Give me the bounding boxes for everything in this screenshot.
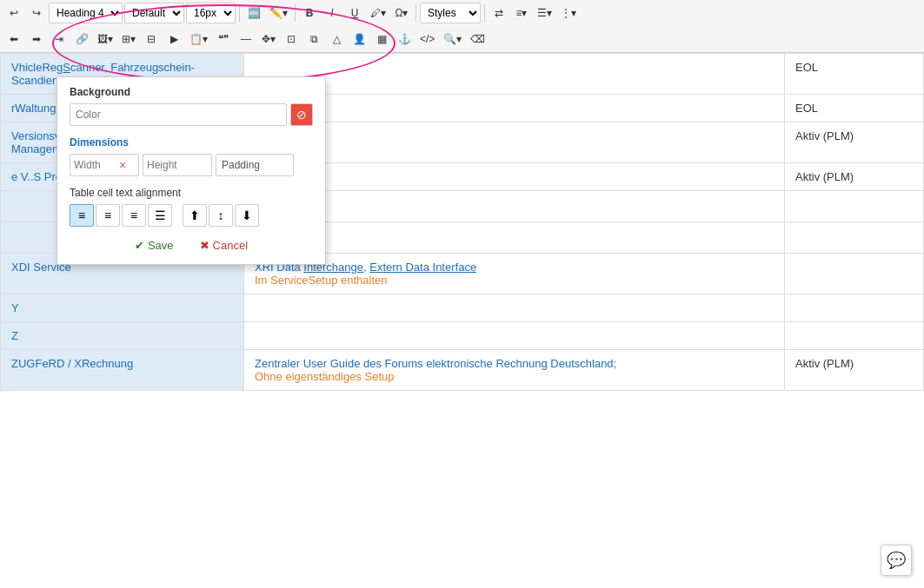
cell-status-empty: [785, 191, 924, 222]
xdi-desc-line2: Im ServiceSetup enthalten: [255, 274, 774, 287]
list-button[interactable]: ☰▾: [534, 3, 555, 23]
sep1: [239, 4, 240, 22]
color-swatch[interactable]: ⊘: [290, 103, 313, 126]
table3-button[interactable]: ▦: [371, 29, 392, 50]
template-button[interactable]: 📋▾: [186, 29, 211, 50]
cell-status: [785, 254, 924, 294]
z-link[interactable]: Z: [11, 329, 18, 342]
media-button[interactable]: ▶: [163, 29, 184, 50]
align-left-button[interactable]: ≡: [70, 204, 94, 227]
background-label: Background: [70, 86, 313, 98]
width-input[interactable]: [74, 159, 117, 171]
hr-button[interactable]: —: [236, 29, 256, 50]
style-select[interactable]: Default: [124, 3, 184, 23]
cell-status-z: [785, 322, 924, 350]
cell-status-empty: [785, 222, 924, 254]
undo-button[interactable]: ↩: [3, 3, 24, 23]
dimensions-label: Dimensions: [70, 136, 313, 149]
toolbar-container: ↩ ↪ Heading 4 Heading 1 Heading 2 Headin…: [0, 0, 924, 53]
quote-button[interactable]: ❝❞: [213, 29, 234, 50]
height-field: [143, 154, 212, 176]
underline-button[interactable]: U: [344, 3, 365, 23]
cell-name: Z: [1, 322, 244, 350]
cell-desc-z: [244, 322, 785, 350]
triangle-button[interactable]: △: [326, 29, 347, 50]
code-button[interactable]: </>: [416, 29, 438, 50]
align-center-button[interactable]: ≡: [96, 204, 120, 227]
omega-button[interactable]: Ω▾: [391, 3, 412, 23]
search-button[interactable]: 🔍▾: [440, 29, 465, 50]
y-link[interactable]: Y: [11, 301, 19, 314]
cell-name: Y: [1, 294, 244, 322]
table2-button[interactable]: ⊟: [141, 29, 162, 50]
valign-top-button[interactable]: ⬆: [183, 204, 207, 227]
align-justify-button[interactable]: ☰: [148, 204, 172, 227]
zugferd-line1: Zentraler User Guide des Forums elektron…: [255, 357, 774, 370]
text-color-button[interactable]: 🔤: [243, 3, 264, 23]
outdent-button[interactable]: ⬅: [3, 29, 24, 50]
popup-footer: ✔ Save ✖ Cancel: [70, 239, 313, 252]
size-select[interactable]: 16px 12px 14px 18px: [186, 3, 236, 23]
align-right-button[interactable]: ≡: [122, 204, 146, 227]
padding-field: Padding: [216, 154, 294, 176]
cell-status: EOL: [785, 95, 924, 122]
alignment-label: Table cell text alignment: [70, 187, 313, 199]
cell-status: EOL: [785, 54, 924, 95]
heading-select[interactable]: Heading 4 Heading 1 Heading 2 Heading 3 …: [49, 3, 123, 23]
zugferd-link[interactable]: ZUGFeRD / XRechnung: [11, 357, 133, 370]
styles-select[interactable]: Styles: [420, 3, 481, 23]
alignment-row: ≡ ≡ ≡ ☰ ⬆ ↕ ⬇: [70, 204, 313, 227]
table-row: ZUGFeRD / XRechnung Zentraler User Guide…: [1, 350, 924, 391]
color-row: ⊘: [70, 103, 313, 126]
padding-label: Padding: [222, 159, 260, 171]
width-field: ×: [70, 154, 139, 176]
color-input[interactable]: [70, 103, 287, 126]
swatch-icon: ⊘: [296, 108, 307, 122]
link-button[interactable]: 🔗: [71, 29, 92, 50]
cancel-button[interactable]: ✖ Cancel: [200, 239, 248, 252]
align-dropdown-button[interactable]: ≡▾: [511, 3, 532, 23]
cell-status: Aktiv (PLM): [785, 163, 924, 191]
cell-desc-y: [244, 294, 785, 322]
layers-button[interactable]: ⧉: [303, 29, 324, 50]
highlight-button[interactable]: ✏️▾: [266, 3, 291, 23]
sep2: [295, 4, 296, 22]
valign-middle-button[interactable]: ↕: [209, 204, 233, 227]
image-button[interactable]: 🖼▾: [94, 29, 116, 50]
erase-button[interactable]: ⌫: [467, 29, 489, 50]
table-button[interactable]: ⊞▾: [118, 29, 139, 50]
cell-desc-zugferd: Zentraler User Guide des Forums elektron…: [244, 350, 785, 391]
valign-bottom-button[interactable]: ⬇: [235, 204, 259, 227]
save-button[interactable]: ✔ Save: [135, 239, 174, 252]
height-input[interactable]: [147, 159, 190, 171]
person-button[interactable]: 👤: [349, 29, 369, 50]
table-row: Z: [1, 322, 924, 350]
bold-button[interactable]: B: [299, 3, 320, 23]
indent-button[interactable]: ⋮▾: [557, 3, 580, 23]
anchor-button[interactable]: ⚓: [394, 29, 415, 50]
special-button[interactable]: ✥▾: [258, 29, 279, 50]
save-label: Save: [148, 239, 174, 252]
cell-status: Aktiv (PLM): [785, 122, 924, 163]
dimensions-row: × Padding: [70, 154, 313, 176]
cell-status-y: [785, 294, 924, 322]
rtl-button[interactable]: ⇄: [489, 3, 509, 23]
sep4: [484, 4, 485, 22]
cell-properties-popup: Background ⊘ Dimensions × Padding Table …: [57, 76, 326, 265]
sep3: [415, 4, 416, 22]
indent3-button[interactable]: ⇥: [49, 29, 70, 50]
width-clear-icon[interactable]: ×: [119, 158, 126, 172]
redo-button[interactable]: ↪: [26, 3, 47, 23]
xdi-desc-line1: XRI Data Interchange, Extern Data Interf…: [255, 261, 774, 274]
indent2-button[interactable]: ➡: [26, 29, 47, 50]
toolbar-row-1: ↩ ↪ Heading 4 Heading 1 Heading 2 Headin…: [0, 0, 924, 53]
italic-button[interactable]: I: [322, 3, 342, 23]
save-check-icon: ✔: [135, 239, 144, 252]
zugferd-line2: Ohne eigenständiges Setup: [255, 370, 774, 383]
cancel-x-icon: ✖: [200, 239, 209, 252]
cancel-label: Cancel: [213, 239, 248, 252]
frame-button[interactable]: ⊡: [281, 29, 302, 50]
highlight2-button[interactable]: 🖊▾: [367, 3, 389, 23]
table-row: Y: [1, 294, 924, 322]
cell-status-zugferd: Aktiv (PLM): [785, 350, 924, 391]
